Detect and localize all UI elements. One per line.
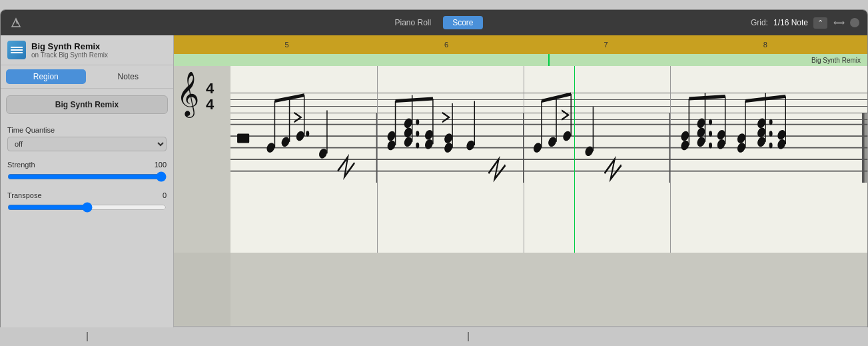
bottom-indicator-1 — [87, 332, 88, 341]
grid-value: 1/16 Note — [773, 18, 808, 27]
svg-line-34 — [396, 99, 433, 101]
svg-point-29 — [416, 131, 419, 137]
track-name: Big Synth Remix — [31, 41, 108, 51]
score-button[interactable]: Score — [443, 16, 482, 29]
svg-point-31 — [424, 138, 434, 151]
svg-line-76 — [745, 97, 785, 101]
track-icon — [7, 41, 26, 59]
transpose-row: Transpose 0 — [7, 191, 167, 213]
transpose-label-row: Transpose 0 — [7, 191, 167, 199]
svg-point-40 — [533, 141, 542, 154]
svg-point-66 — [757, 135, 766, 148]
strength-slider[interactable] — [7, 171, 167, 182]
svg-point-70 — [769, 119, 773, 125]
strength-label: Strength — [7, 161, 35, 169]
svg-point-32 — [424, 129, 434, 141]
lower-area — [174, 253, 867, 326]
bottom-bar — [0, 327, 868, 346]
tab-notes[interactable]: Notes — [89, 69, 169, 84]
svg-point-54 — [697, 117, 706, 129]
sidebar-tabs: Region Notes — [1, 65, 173, 89]
transpose-label: Transpose — [7, 191, 42, 199]
time-quantise-label: Time Quantise — [7, 126, 167, 134]
svg-point-67 — [757, 126, 766, 139]
track-info: Big Synth Remix on Track Big Synth Remix — [1, 35, 173, 65]
svg-point-68 — [757, 117, 766, 129]
track-icon-line1 — [11, 47, 23, 48]
playhead-marker — [548, 54, 550, 66]
measure-7: 7 — [604, 41, 608, 49]
svg-rect-10 — [237, 134, 249, 143]
time-quantise-row: Time Quantise off 1/4 Note 1/8 Note 1/16… — [7, 126, 167, 151]
svg-point-58 — [709, 143, 712, 149]
region-label-text: Big Synth Remix — [811, 57, 861, 64]
svg-point-47 — [585, 145, 594, 157]
bottom-indicator-2 — [468, 332, 469, 341]
svg-point-57 — [709, 131, 712, 137]
svg-point-17 — [306, 131, 309, 137]
svg-point-15 — [296, 130, 305, 143]
music-notation-svg — [230, 66, 867, 253]
svg-point-13 — [281, 135, 290, 148]
svg-point-60 — [717, 129, 726, 141]
svg-point-73 — [777, 138, 786, 151]
transpose-slider[interactable] — [7, 202, 167, 213]
circle-button[interactable] — [850, 18, 859, 27]
timeline-bar: 5 6 7 8 — [174, 35, 867, 54]
grid-stepper[interactable]: ⌃ — [813, 17, 827, 29]
lower-right — [230, 253, 867, 326]
svg-marker-0 — [12, 19, 20, 27]
svg-point-28 — [416, 119, 419, 125]
main-window: Piano Roll Score Grid: 1/16 Note ⌃ ⟺ — [0, 9, 868, 336]
measure-6: 6 — [444, 41, 448, 49]
strength-row: Strength 100 — [7, 161, 167, 182]
svg-point-49 — [680, 139, 689, 152]
score-main[interactable] — [230, 66, 867, 253]
svg-point-44 — [562, 130, 572, 143]
svg-point-36 — [444, 132, 453, 145]
svg-point-50 — [680, 130, 689, 143]
strength-label-row: Strength 100 — [7, 161, 167, 169]
svg-point-63 — [737, 141, 746, 154]
region-label-bar: Big Synth Remix — [174, 54, 867, 66]
svg-point-71 — [769, 131, 773, 137]
svg-point-42 — [548, 135, 557, 148]
region-name-box: Big Synth Remix — [6, 95, 168, 114]
track-icon-line2 — [11, 49, 23, 51]
toolbar-right: Grid: 1/16 Note ⌃ ⟺ — [751, 15, 859, 30]
sidebar-params: Time Quantise off 1/4 Note 1/8 Note 1/16… — [1, 121, 173, 218]
svg-point-74 — [777, 129, 786, 141]
time-signature: 4 4 — [206, 81, 214, 113]
piano-roll-button[interactable]: Piano Roll — [385, 16, 440, 29]
metronome-icon[interactable] — [9, 15, 23, 30]
track-icon-line3 — [11, 52, 23, 53]
grid-label: Grid: — [751, 18, 768, 27]
resize-icon[interactable]: ⟺ — [831, 15, 846, 30]
svg-line-62 — [689, 97, 725, 99]
svg-point-35 — [444, 141, 453, 154]
toolbar-left — [9, 15, 23, 30]
svg-point-72 — [769, 143, 773, 149]
tab-region[interactable]: Region — [6, 69, 86, 84]
svg-point-64 — [737, 132, 746, 145]
measure-8: 8 — [763, 41, 767, 49]
measure-5: 5 — [285, 41, 289, 49]
svg-point-30 — [416, 143, 419, 149]
svg-point-21 — [387, 139, 396, 152]
score-notation[interactable]: 𝄞 4 4 — [174, 66, 867, 253]
svg-point-52 — [697, 135, 706, 148]
svg-point-24 — [404, 135, 413, 148]
transpose-value: 0 — [163, 191, 167, 199]
content-area: Big Synth Remix on Track Big Synth Remix… — [1, 35, 867, 335]
time-quantise-select[interactable]: off 1/4 Note 1/8 Note 1/16 Note — [7, 137, 167, 151]
svg-point-59 — [717, 138, 726, 151]
svg-point-25 — [404, 126, 413, 139]
svg-point-26 — [404, 117, 413, 129]
strength-value: 100 — [155, 161, 167, 169]
grid-controls: ⌃ ⟺ — [813, 15, 859, 30]
svg-point-53 — [697, 126, 706, 139]
svg-point-56 — [709, 119, 712, 125]
score-playhead — [574, 66, 575, 253]
sidebar: Big Synth Remix on Track Big Synth Remix… — [1, 35, 174, 335]
score-left-clef-area: 𝄞 4 4 — [174, 66, 230, 253]
